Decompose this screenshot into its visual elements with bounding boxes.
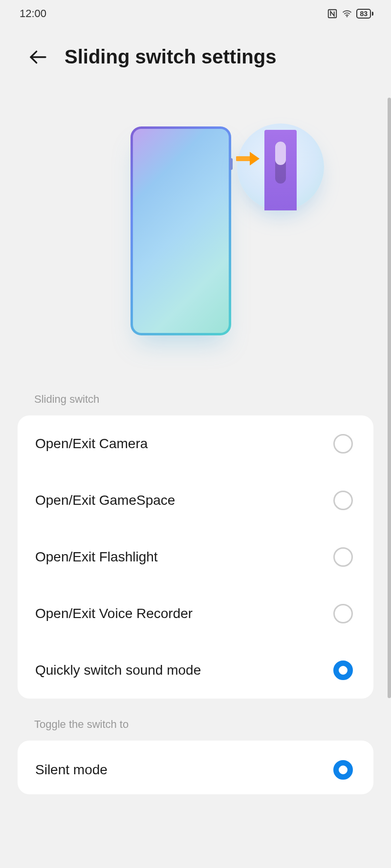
option-label: Silent mode	[35, 762, 108, 778]
option-label: Open/Exit Voice Recorder	[35, 606, 193, 621]
option-sound-mode[interactable]: Quickly switch sound mode	[18, 642, 373, 699]
status-bar: 12:00 83	[0, 0, 391, 27]
battery-icon: 83	[356, 9, 373, 19]
scrollbar[interactable]	[388, 98, 391, 698]
option-label: Open/Exit Flashlight	[35, 549, 158, 565]
sliding-switch-options-card: Open/Exit Camera Open/Exit GameSpace Ope…	[18, 415, 373, 699]
page-header: Sliding switch settings	[0, 27, 391, 78]
option-silent-mode[interactable]: Silent mode	[18, 741, 373, 794]
back-button[interactable]	[27, 46, 49, 68]
radio-icon	[333, 604, 353, 623]
radio-icon	[333, 434, 353, 454]
nfc-icon	[327, 8, 338, 19]
wifi-icon	[342, 8, 352, 19]
arrow-icon	[236, 150, 261, 167]
radio-icon-selected	[333, 661, 353, 680]
option-label: Open/Exit GameSpace	[35, 493, 175, 508]
illustration	[0, 78, 391, 384]
option-voice-recorder[interactable]: Open/Exit Voice Recorder	[18, 585, 373, 642]
option-gamespace[interactable]: Open/Exit GameSpace	[18, 472, 373, 529]
battery-level: 83	[356, 9, 371, 19]
section-label-sliding: Sliding switch	[0, 384, 391, 415]
option-label: Quickly switch sound mode	[35, 662, 201, 678]
radio-icon	[333, 491, 353, 510]
status-icons: 83	[327, 8, 373, 19]
radio-icon-selected	[333, 760, 353, 780]
page-title: Sliding switch settings	[65, 46, 276, 68]
section-label-toggle: Toggle the switch to	[0, 699, 391, 741]
radio-icon	[333, 547, 353, 567]
option-label: Open/Exit Camera	[35, 436, 148, 452]
option-flashlight[interactable]: Open/Exit Flashlight	[18, 529, 373, 585]
status-time: 12:00	[20, 7, 46, 20]
option-camera[interactable]: Open/Exit Camera	[18, 415, 373, 472]
toggle-options-card: Silent mode	[18, 741, 373, 794]
